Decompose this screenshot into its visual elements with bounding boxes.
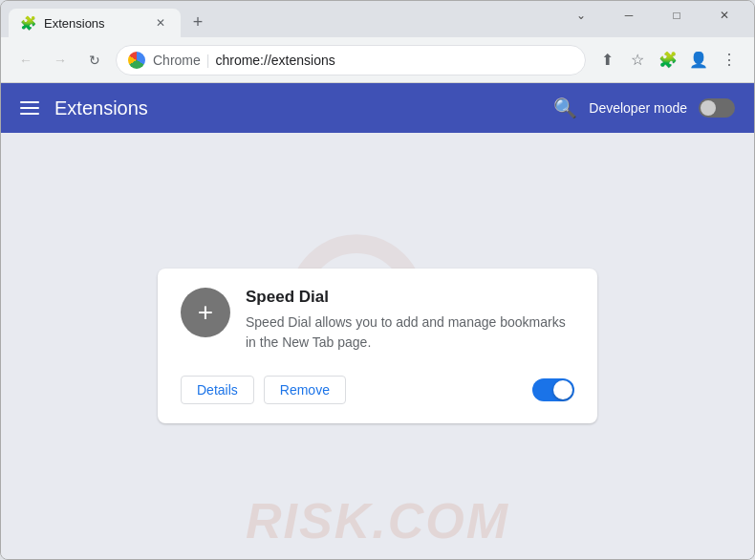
extension-card-top: + Speed Dial Speed Dial allows you to ad…	[181, 288, 574, 353]
extension-info: Speed Dial Speed Dial allows you to add …	[246, 288, 574, 353]
address-url: chrome://extensions	[215, 53, 334, 68]
tab-strip: 🧩 Extensions ✕ +	[9, 1, 559, 37]
forward-button[interactable]: →	[47, 47, 74, 74]
details-button[interactable]: Details	[181, 376, 254, 404]
address-chrome-label: Chrome	[153, 53, 201, 68]
window-controls: ⌄ ─ □ ✕	[559, 2, 746, 29]
extension-buttons: Details Remove	[181, 376, 346, 404]
title-bar: 🧩 Extensions ✕ + ⌄ ─ □ ✕	[1, 1, 754, 37]
chevron-button[interactable]: ⌄	[559, 2, 603, 29]
main-content: RISK.COM + Speed Dial Speed Dial allows …	[1, 133, 754, 559]
extension-description: Speed Dial allows you to add and manage …	[246, 312, 574, 353]
browser-toolbar: ← → ↻ Chrome | chrome://extensions ⬆ ☆ 🧩…	[1, 37, 754, 83]
address-text: Chrome | chrome://extensions	[153, 53, 335, 68]
hamburger-line	[20, 113, 39, 115]
back-button[interactable]: ←	[12, 47, 39, 74]
address-bar[interactable]: Chrome | chrome://extensions	[116, 45, 586, 75]
bookmark-icon[interactable]: ☆	[624, 47, 651, 74]
reload-button[interactable]: ↻	[81, 47, 108, 74]
minimize-button[interactable]: ─	[607, 2, 651, 29]
extensions-tab[interactable]: 🧩 Extensions ✕	[9, 9, 181, 37]
tab-puzzle-icon: 🧩	[20, 15, 36, 31]
hamburger-line	[20, 101, 39, 103]
extension-name: Speed Dial	[246, 288, 574, 307]
developer-mode-toggle[interactable]	[699, 98, 735, 118]
hamburger-menu-button[interactable]	[20, 101, 39, 115]
close-button[interactable]: ✕	[702, 2, 746, 29]
hamburger-line	[20, 107, 39, 109]
search-icon[interactable]: 🔍	[553, 97, 577, 119]
new-tab-button[interactable]: +	[184, 9, 211, 35]
tab-close-button[interactable]: ✕	[152, 14, 169, 32]
header-right-controls: 🔍 Developer mode	[553, 97, 735, 119]
extensions-header: Extensions 🔍 Developer mode	[1, 83, 754, 133]
extension-toggle-knob	[553, 380, 572, 399]
menu-icon[interactable]: ⋮	[716, 47, 743, 74]
address-separator: |	[206, 53, 210, 68]
watermark-text: RISK.COM	[246, 492, 509, 549]
toggle-knob	[701, 100, 716, 116]
extensions-page-title: Extensions	[54, 97, 538, 119]
extension-card: + Speed Dial Speed Dial allows you to ad…	[158, 269, 597, 423]
toolbar-icons: ⬆ ☆ 🧩 👤 ⋮	[593, 47, 743, 74]
developer-mode-label: Developer mode	[589, 100, 687, 116]
extension-enabled-toggle[interactable]	[532, 378, 574, 401]
chrome-logo-icon	[128, 52, 145, 69]
extension-card-bottom: Details Remove	[181, 376, 574, 404]
remove-button[interactable]: Remove	[264, 376, 346, 404]
extensions-icon[interactable]: 🧩	[655, 47, 681, 74]
extension-icon: +	[181, 288, 230, 337]
profile-icon[interactable]: 👤	[685, 47, 712, 74]
tab-title: Extensions	[44, 16, 144, 31]
maximize-button[interactable]: □	[655, 2, 699, 29]
share-icon[interactable]: ⬆	[593, 47, 620, 74]
